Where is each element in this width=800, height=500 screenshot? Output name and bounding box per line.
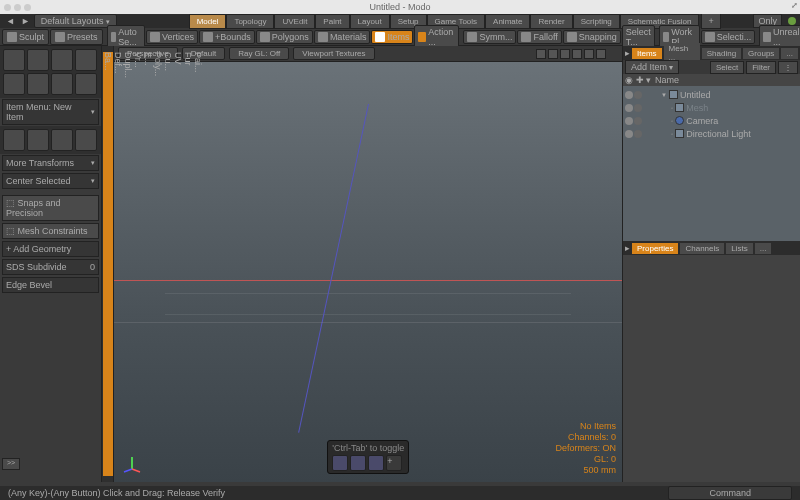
vtab-2[interactable]: Dupl... [123, 52, 133, 476]
tool-7[interactable] [51, 73, 73, 95]
tool-b1[interactable] [3, 129, 25, 151]
hint-icon-plus[interactable]: + [386, 455, 402, 471]
titlebar: Untitled - Modo [0, 0, 800, 14]
workspace-tab-render[interactable]: Render [530, 14, 572, 29]
tool-4[interactable] [75, 49, 97, 71]
vtab-9[interactable]: Pai... [193, 52, 203, 476]
vp-icon-4[interactable] [572, 49, 582, 59]
vp-icon-6[interactable] [596, 49, 606, 59]
snapping-button[interactable]: Snapping [563, 30, 621, 44]
vp-icon-2[interactable] [548, 49, 558, 59]
vertices-button[interactable]: Vertices [146, 30, 198, 44]
hint-label: 'Ctrl-Tab' to toggle [332, 443, 404, 453]
add-tab-button[interactable]: + [701, 13, 720, 29]
select-through-button[interactable]: Select T... [622, 25, 655, 49]
workspace-tab-topology[interactable]: Topology [226, 14, 274, 29]
tab-shading[interactable]: Shading [702, 48, 741, 59]
items-button[interactable]: Items [371, 30, 413, 44]
vp-icon-5[interactable] [584, 49, 594, 59]
presets-button[interactable]: Presets [50, 29, 103, 45]
status-dot-icon [788, 17, 796, 25]
popout-icon[interactable]: ⤢ [791, 1, 798, 10]
edge-bevel-row[interactable]: Edge Bevel [2, 277, 99, 293]
raygl-toggle[interactable]: Ray GL: Off [229, 47, 289, 60]
tree-item-untitled[interactable]: ▼ Untitled [625, 88, 798, 101]
options-icon[interactable]: ⋮ [778, 61, 798, 74]
add-item-button[interactable]: Add Item ▾ [625, 60, 679, 74]
command-input[interactable]: Command [668, 486, 792, 500]
tab-channels[interactable]: Channels [680, 243, 724, 254]
hint-icon-3[interactable] [368, 455, 384, 471]
tool-b2[interactable] [27, 129, 49, 151]
expand-icon[interactable]: ▸ [625, 243, 630, 253]
hint-icon-2[interactable] [350, 455, 366, 471]
workspace-tab-uvedit[interactable]: UVEdit [274, 14, 315, 29]
vertical-tabs[interactable]: Ba...Def...Dupl...Vr...E...Poly...Cu...U… [102, 46, 114, 482]
falloff-button[interactable]: Falloff [517, 30, 561, 44]
tool-1[interactable] [3, 49, 25, 71]
tool-3[interactable] [51, 49, 73, 71]
symmetry-button[interactable]: Symm... [463, 30, 516, 44]
vtab-8[interactable]: Fur [183, 52, 193, 476]
tab-more[interactable]: ... [781, 48, 798, 59]
item-menu-dropdown[interactable]: Item Menu: New Item▾ [2, 99, 99, 125]
tool-6[interactable] [27, 73, 49, 95]
hint-icon-1[interactable] [332, 455, 348, 471]
tool-5[interactable] [3, 73, 25, 95]
tree-item-camera[interactable]: ◦ Camera [625, 114, 798, 127]
window-controls[interactable] [4, 4, 31, 11]
autoselect-button[interactable]: Auto Se... [107, 25, 146, 49]
textures-dropdown[interactable]: Viewport Textures [293, 47, 374, 60]
mesh-constraints-button[interactable]: ⬚ Mesh Constraints [2, 223, 99, 239]
tool-8[interactable] [75, 73, 97, 95]
tree-item-mesh[interactable]: ◦ Mesh [625, 101, 798, 114]
history-fwd-icon[interactable]: ► [19, 16, 32, 26]
vtab-3[interactable]: Vr... [133, 52, 143, 476]
tool-b4[interactable] [75, 129, 97, 151]
vp-icon-3[interactable] [560, 49, 570, 59]
tab-groups[interactable]: Groups [743, 48, 779, 59]
tab-properties[interactable]: Properties [632, 243, 678, 254]
unreal-button[interactable]: Unreal ... [759, 25, 800, 49]
scene-tree[interactable]: ▼ Untitled◦ Mesh◦ Camera◦ Directional Li… [623, 86, 800, 241]
polygons-button[interactable]: Polygons [256, 30, 313, 44]
workspace-tab-layout[interactable]: Layout [350, 14, 390, 29]
vp-icon-1[interactable] [536, 49, 546, 59]
tree-header: ◉ ✚ ▾Name [623, 74, 800, 86]
workspace-tab-paint[interactable]: Paint [315, 14, 349, 29]
bounds-button[interactable]: +Bounds [199, 30, 255, 44]
status-hint: (Any Key)-(Any Button) Click and Drag: R… [8, 488, 225, 498]
workspace-tab-scripting[interactable]: Scripting [573, 14, 620, 29]
selection-button[interactable]: Selecti... [701, 30, 756, 44]
add-geometry-header[interactable]: + Add Geometry [2, 241, 99, 257]
workspace-tab-model[interactable]: Model [189, 14, 227, 29]
vtab-4[interactable]: E... [143, 52, 153, 476]
history-back-icon[interactable]: ◄ [4, 16, 17, 26]
statusbar: (Any Key)-(Any Button) Click and Drag: R… [0, 486, 800, 500]
vtab-0[interactable]: Ba... [103, 52, 113, 476]
tool-b3[interactable] [51, 129, 73, 151]
left-sidebar: Item Menu: New Item▾ More Transforms▾ Ce… [0, 46, 102, 482]
workspace-tab-animate[interactable]: Animate [485, 14, 530, 29]
sds-subdivide-row[interactable]: SDS Subdivide0 [2, 259, 99, 275]
tab-prop-more[interactable]: ... [755, 243, 772, 254]
expand-button[interactable]: >> [2, 458, 20, 470]
more-transforms-dropdown[interactable]: More Transforms▾ [2, 155, 99, 171]
tab-lists[interactable]: Lists [726, 243, 752, 254]
filter-button[interactable]: Filter [746, 61, 776, 74]
layouts-dropdown[interactable]: Default Layouts ▾ [34, 14, 117, 28]
action-button[interactable]: Action ... [414, 25, 459, 49]
tab-items[interactable]: Items [632, 48, 662, 59]
select-button[interactable]: Select [710, 61, 744, 74]
vtab-5[interactable]: Poly... [153, 52, 163, 476]
center-selected-dropdown[interactable]: Center Selected▾ [2, 173, 99, 189]
tree-item-directional-light[interactable]: ◦ Directional Light [625, 127, 798, 140]
snaps-precision-button[interactable]: ⬚ Snaps and Precision [2, 195, 99, 221]
vtab-6[interactable]: Cu... [163, 52, 173, 476]
materials-button[interactable]: Materials [314, 30, 371, 44]
vtab-1[interactable]: Def... [113, 52, 123, 476]
tool-2[interactable] [27, 49, 49, 71]
sculpt-button[interactable]: Sculpt [2, 29, 49, 45]
vtab-7[interactable]: UV [173, 52, 183, 476]
expand-icon[interactable]: ▸ [625, 48, 630, 58]
